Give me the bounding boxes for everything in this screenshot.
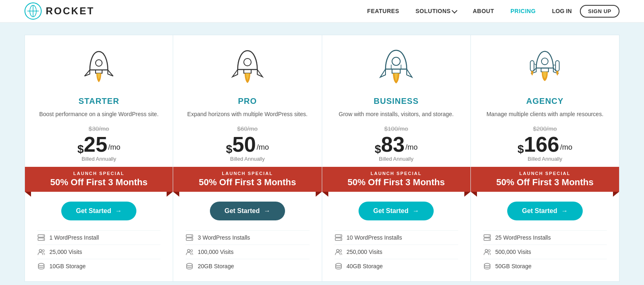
nav-pricing[interactable]: PRICING xyxy=(510,8,536,14)
starter-get-started-button[interactable]: Get Started → xyxy=(61,202,136,220)
agency-rocket-icon xyxy=(524,47,565,92)
business-feature-storage: 40GB Storage xyxy=(334,259,458,273)
agency-launch-special: LAUNCH SPECIAL 50% Off First 3 Months xyxy=(471,167,619,192)
agency-feature-storage: 50GB Storage xyxy=(483,259,607,273)
pro-price-period: /mo xyxy=(257,143,269,152)
storage-icon xyxy=(334,262,343,270)
svg-point-12 xyxy=(38,263,44,266)
logo-text: ROCKET xyxy=(46,5,94,17)
agency-plan-name: AGENCY xyxy=(526,96,564,106)
business-plan-name: BUSINESS xyxy=(374,96,419,106)
users-icon xyxy=(185,248,194,256)
nav-actions: LOG IN SIGN UP xyxy=(552,5,619,18)
svg-point-11 xyxy=(42,250,45,252)
pricing-section: STARTER Boost performance on a single Wo… xyxy=(0,22,644,285)
users-icon xyxy=(334,248,343,256)
starter-features-list: 1 WordPress Install 25,000 Visits xyxy=(25,230,173,273)
plan-card-pro: PRO Expand horizons with multiple WordPr… xyxy=(173,35,322,282)
pro-launch-label: LAUNCH SPECIAL xyxy=(177,171,317,176)
storage-icon xyxy=(483,262,491,270)
svg-point-4 xyxy=(96,60,102,66)
server-icon xyxy=(185,233,194,242)
starter-price-row: $ 25 /mo xyxy=(77,134,120,155)
pro-price-amount: 50 xyxy=(232,134,256,155)
starter-plan-desc: Boost performance on a single WordPress … xyxy=(27,110,171,119)
starter-rocket-icon xyxy=(78,47,119,92)
login-button[interactable]: LOG IN xyxy=(552,8,572,14)
starter-launch-offer: 50% Off First 3 Months xyxy=(29,177,169,188)
svg-point-42 xyxy=(488,250,490,252)
svg-point-19 xyxy=(187,249,190,252)
nav-solutions[interactable]: SOLUTIONS xyxy=(416,8,457,14)
svg-point-28 xyxy=(336,249,339,252)
agency-price-dollar: $ xyxy=(517,144,524,155)
server-icon xyxy=(334,233,343,242)
agency-price-period: /mo xyxy=(560,143,573,152)
svg-point-26 xyxy=(340,236,341,236)
pro-feature-installs: 3 WordPress Installs xyxy=(185,230,309,245)
svg-point-30 xyxy=(336,263,341,266)
business-launch-offer: 50% Off First 3 Months xyxy=(326,177,466,188)
pro-price-row: $ 50 /mo xyxy=(226,134,269,155)
pro-feature-storage: 20GB Storage xyxy=(185,259,309,273)
agency-features-list: 25 WordPress Installs 500,000 Visits xyxy=(471,230,619,273)
starter-price-amount: 25 xyxy=(84,134,107,155)
agency-feature-installs: 25 WordPress Installs xyxy=(483,230,607,245)
business-orig-price: $100/mo xyxy=(384,125,408,132)
business-price-period: /mo xyxy=(406,143,418,152)
plans-grid: STARTER Boost performance on a single Wo… xyxy=(25,35,619,282)
agency-feature-visits: 500,000 Visits xyxy=(483,245,607,259)
nav-about[interactable]: ABOUT xyxy=(473,8,494,14)
svg-point-8 xyxy=(43,236,44,236)
pro-rocket-icon xyxy=(227,47,268,92)
starter-orig-price: $30/mo xyxy=(89,125,109,132)
svg-point-39 xyxy=(489,236,490,236)
server-icon xyxy=(483,233,491,242)
svg-point-22 xyxy=(392,57,400,65)
agency-price-row: $ 166 /mo xyxy=(517,134,572,155)
nav-features[interactable]: FEATURES xyxy=(367,8,399,14)
pro-plan-name: PRO xyxy=(238,96,257,106)
svg-point-9 xyxy=(43,239,44,240)
starter-plan-name: STARTER xyxy=(78,96,119,106)
pro-icon-area xyxy=(219,35,276,96)
agency-icon-area xyxy=(516,35,573,96)
business-price-row: $ 83 /mo xyxy=(374,134,417,155)
starter-billed: Billed Annually xyxy=(82,156,116,162)
pro-launch-offer: 50% Off First 3 Months xyxy=(177,177,317,188)
business-plan-desc: Grow with more installs, visitors, and s… xyxy=(326,110,466,119)
svg-rect-36 xyxy=(541,68,548,72)
business-price-dollar: $ xyxy=(374,144,381,155)
starter-price-dollar: $ xyxy=(77,144,84,155)
svg-point-40 xyxy=(489,239,490,240)
server-icon xyxy=(37,233,45,242)
business-launch-label: LAUNCH SPECIAL xyxy=(326,171,466,176)
starter-feature-storage: 10GB Storage xyxy=(37,259,160,273)
svg-point-29 xyxy=(339,250,341,252)
logo[interactable]: ROCKET xyxy=(25,2,94,20)
svg-point-41 xyxy=(485,249,488,252)
pro-feature-visits: 100,000 Visits xyxy=(185,245,309,259)
signup-button[interactable]: SIGN UP xyxy=(580,5,619,18)
pro-launch-special: LAUNCH SPECIAL 50% Off First 3 Months xyxy=(173,167,321,192)
business-launch-special: LAUNCH SPECIAL 50% Off First 3 Months xyxy=(322,167,470,192)
storage-icon xyxy=(37,262,45,270)
logo-icon xyxy=(25,2,42,20)
agency-launch-offer: 50% Off First 3 Months xyxy=(475,177,615,188)
svg-point-10 xyxy=(39,249,42,252)
business-feature-installs: 10 WordPress Installs xyxy=(334,230,458,245)
storage-icon xyxy=(185,262,194,270)
starter-price-period: /mo xyxy=(108,143,120,152)
business-get-started-button[interactable]: Get Started → xyxy=(359,202,434,220)
users-icon xyxy=(483,248,491,256)
svg-point-18 xyxy=(191,239,192,240)
users-icon xyxy=(37,248,45,256)
agency-get-started-button[interactable]: Get Started → xyxy=(507,202,582,220)
agency-orig-price: $200/mo xyxy=(533,125,557,132)
pro-get-started-button[interactable]: Get Started → xyxy=(210,202,285,220)
agency-plan-desc: Manage multiple clients with ample resou… xyxy=(474,110,615,119)
pro-billed: Billed Annually xyxy=(230,156,265,162)
plan-card-agency: AGENCY Manage multiple clients with ampl… xyxy=(471,35,619,282)
business-price-amount: 83 xyxy=(381,134,405,155)
svg-rect-23 xyxy=(392,69,400,73)
